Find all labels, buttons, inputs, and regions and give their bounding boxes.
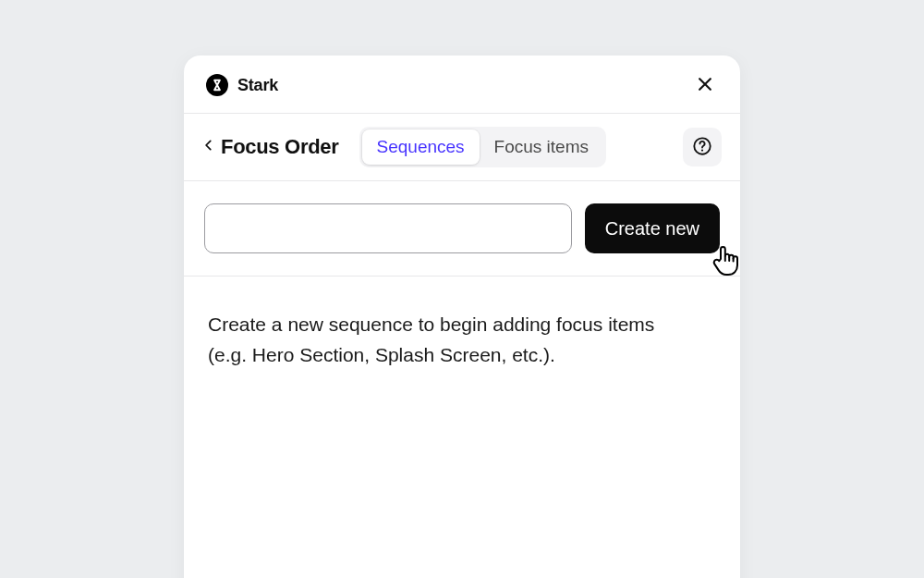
sequence-name-input[interactable]	[204, 203, 572, 253]
page-title: Focus Order	[221, 135, 339, 159]
tab-sequences[interactable]: Sequences	[362, 129, 480, 165]
toolbar: Focus Order Sequences Focus items	[184, 114, 740, 181]
back-breadcrumb[interactable]: Focus Order	[202, 135, 339, 159]
brand-name: Stark	[237, 76, 278, 95]
view-tabs: Sequences Focus items	[359, 127, 607, 167]
tab-focus-items[interactable]: Focus items	[480, 129, 603, 165]
close-button[interactable]	[692, 72, 718, 98]
stark-logo-icon	[206, 74, 228, 96]
svg-point-1	[701, 149, 703, 151]
empty-state-hint: Create a new sequence to begin adding fo…	[184, 277, 701, 403]
panel-header: Stark	[184, 55, 740, 114]
create-new-button[interactable]: Create new	[585, 203, 720, 253]
chevron-left-icon	[202, 135, 215, 159]
stark-panel: Stark Focus Order Sequences Focus items	[184, 55, 740, 578]
create-sequence-row: Create new	[184, 181, 740, 277]
brand: Stark	[206, 74, 278, 96]
help-button[interactable]	[683, 128, 722, 166]
close-icon	[696, 75, 714, 96]
help-icon	[692, 136, 712, 159]
